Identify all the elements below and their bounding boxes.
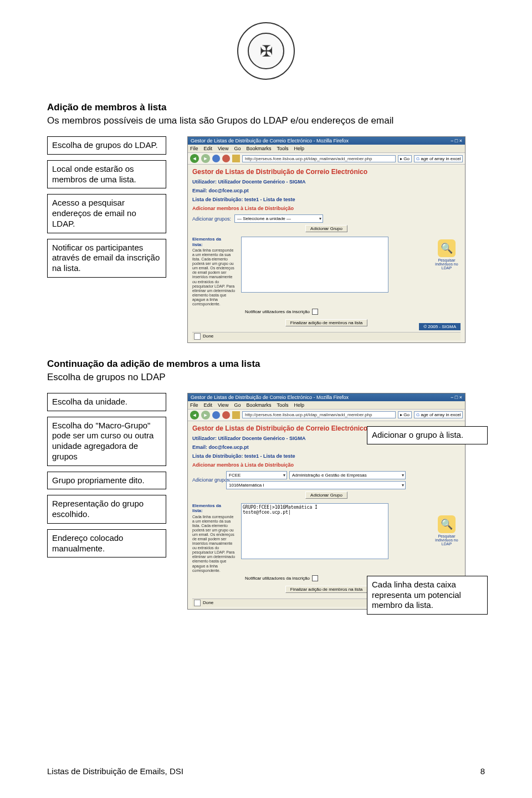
window-title-2: Gestor de Listas de Distribuição de Corr… [191,395,349,400]
browser-titlebar-2: Gestor de Listas de Distribuição de Corr… [188,393,465,401]
members-textarea[interactable] [241,237,388,293]
back-button[interactable]: ◄ [190,154,199,163]
menu-help[interactable]: Help [294,146,304,151]
reload-button[interactable] [212,155,220,162]
notify-checkbox[interactable] [312,309,318,315]
elements-list-label-2: Elementos da lista: [192,503,228,514]
search-ldap-label: Pesquisar indivíduos no LDAP [433,258,461,270]
notify-label-2: Notificar utilizadores da inscrição [245,576,310,581]
browser-titlebar: Gestor de Listas de Distribuição de Corr… [188,137,465,145]
notify-label: Notificar utilizadores da inscrição [245,309,310,314]
reload-button-2[interactable] [212,411,220,419]
url-bar-2[interactable]: http://perseus.fcee.lisboa.ucp.pt/ldap_m… [242,411,396,418]
group-dropdown-2[interactable]: 1016Matemática I [226,481,406,489]
callout-manual-address: Endereço colocado manualmente. [47,529,166,558]
window-title: Gestor de Listas de Distribuição de Corr… [191,138,349,144]
callout-group-representation: Representação do grupo escolhido. [47,495,166,524]
url-bar[interactable]: http://perseus.fcee.lisboa.ucp.pt/ldap_m… [242,155,396,162]
search-box[interactable]: G age of array in excel [414,155,463,162]
callout-notify-participants: Notificar os participantes através de em… [47,239,166,278]
list-line: Lista de Distribuição: teste1 - Lista de… [192,197,461,202]
callout-actual-group: Grupo propriamente dito. [47,472,166,490]
add-group-button-2[interactable]: Adicionar Grupo [305,492,347,499]
status-text: Done [203,334,213,339]
add-members-heading-2: Adicionar membros à Lista de Distribuiçã… [192,462,461,468]
macro-dropdown-2[interactable]: Administração e Gestão de Empresas [289,471,406,479]
menu-go[interactable]: Go [234,146,241,151]
search-ldap-label-2: Pesquisar indivíduos no LDAP [433,534,461,546]
add-members-heading: Adicionar membros à Lista de Distribuiçã… [192,206,461,211]
forward-button[interactable]: ► [201,154,210,163]
window-controls-2[interactable]: − □ × [451,395,462,400]
section2-subtitle: Escolha de grupos no LDAP [47,372,169,383]
status-icon-2 [194,600,201,606]
finalize-button[interactable]: Finalizar adição de membros na lista [285,319,367,326]
add-group-button[interactable]: Adicionar Grupo [305,225,347,232]
callout-members-location: Local onde estarão os membros de uma lis… [47,160,166,189]
callout-each-line-member: Cada linha desta caixa representa um pot… [367,576,488,615]
members-textarea-2[interactable]: GRUPO:FCEE|>1016Matemática Iteste@fcee.u… [241,503,388,559]
stop-button[interactable] [222,155,230,162]
browser-menubar[interactable]: File Edit View Go Bookmarks Tools Help [188,145,465,153]
menu-bookmarks[interactable]: Bookmarks [246,146,271,151]
list-line-2: Lista de Distribuição: teste1 - Lista de… [192,453,461,459]
email-line: Email: doc@fcee.ucp.pt [192,188,461,193]
section2-title: Continuação da adição de membros a uma l… [47,359,485,370]
add-groups-label-2: Adicionar grupos: [192,477,223,483]
email-line-2: Email: doc@fcee.ucp.pt [192,444,461,450]
callout-choose-unit: Escolha da unidade. [47,393,166,411]
unit-dropdown-2[interactable]: FCEE [226,471,287,479]
section1-title: Adição de membros à lista [47,102,485,113]
menu-file[interactable]: File [190,146,198,151]
unit-dropdown[interactable]: — Seleccione a unidade — [234,214,323,223]
browser-window-1: Gestor de Listas de Distribuição de Corr… [187,136,466,343]
section1-subtitle: Os membros possíveis de uma lista são Gr… [47,115,485,126]
home-button-2[interactable] [232,411,240,419]
footer-left: Listas de Distribuição de Emails, DSI [47,766,183,776]
forward-button-2[interactable]: ► [201,411,210,420]
status-text-2: Done [203,600,213,605]
search-box-2[interactable]: G age of array in excel [414,411,463,418]
menu-edit[interactable]: Edit [204,146,213,151]
window-controls[interactable]: − □ × [451,138,462,144]
university-seal: ✠ [47,22,485,80]
home-button[interactable] [232,155,240,162]
add-groups-label: Adicionar grupos: [192,216,231,222]
callout-search-ldap-access: Acesso a pesquisar endereços de email no… [47,194,166,233]
elements-list-label: Elementos da lista: [192,237,228,247]
search-ldap-widget-2[interactable]: 🔍 Pesquisar indivíduos no LDAP [433,515,461,546]
footer-page-number: 8 [480,766,485,776]
browser-menubar-2[interactable]: File Edit View Go Bookmarks Tools Help [188,401,465,410]
search-icon: 🔍 [438,239,456,257]
go-button[interactable]: ▸ Go [398,155,412,162]
back-button-2[interactable]: ◄ [190,411,199,420]
elements-help-text: Cada linha corresponde a um elemento da … [192,248,237,306]
browser-toolbar: ◄ ► http://perseus.fcee.lisboa.ucp.pt/ld… [188,153,465,165]
notify-checkbox-2[interactable] [312,575,318,581]
app-title: Gestor de Listas de Distribuição de Corr… [192,168,461,176]
callout-add-group-to-list: Adicionar o grupo à lista. [367,426,488,444]
user-line: Utilizador: Utilizador Docente Genérico … [192,179,461,185]
search-icon-2: 🔍 [438,515,456,533]
callout-macro-group: Escolha do "Macro-Grupo" pode ser um cur… [47,417,166,466]
finalize-button-2[interactable]: Finalizar adição de membros na lista [285,586,367,593]
callout-choose-groups: Escolha de grupos do LDAP. [47,136,166,155]
browser-toolbar-2: ◄ ► http://perseus.fcee.lisboa.ucp.pt/ld… [188,410,465,421]
menu-view[interactable]: View [218,146,228,151]
status-icon [194,333,201,340]
go-button-2[interactable]: ▸ Go [398,411,412,418]
copyright-label: © 2005 - SIGMA [419,323,461,330]
search-ldap-widget[interactable]: 🔍 Pesquisar indivíduos no LDAP [433,239,461,270]
menu-tools[interactable]: Tools [277,146,288,151]
elements-help-text-2: Cada linha corresponde a um elemento da … [192,515,237,573]
stop-button-2[interactable] [222,411,230,419]
